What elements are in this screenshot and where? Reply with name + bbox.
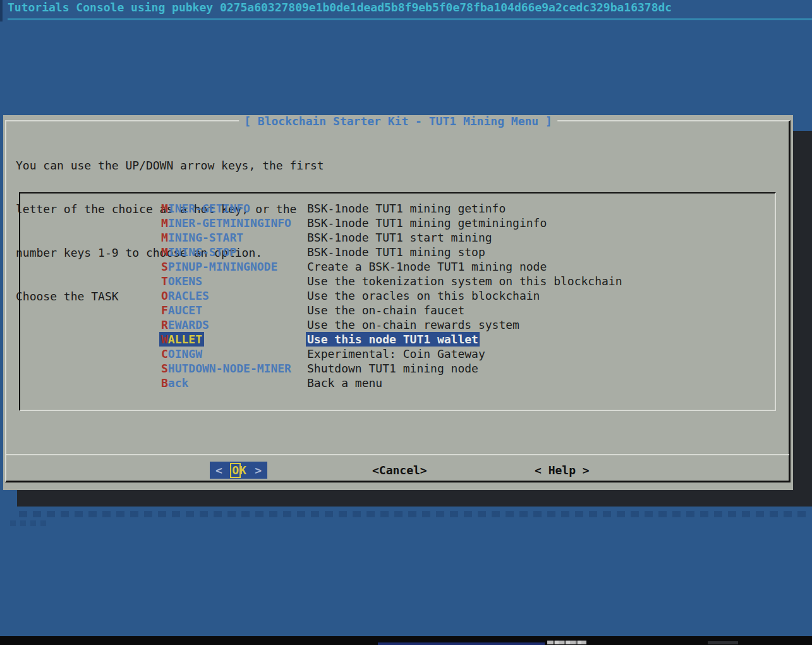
menu-item-description: Create a BSK-1node TUT1 mining node xyxy=(307,259,547,274)
dialog-title: [ Blockchain Starter Kit - TUT1 Mining M… xyxy=(239,115,557,127)
menu-item-faucet[interactable]: FAUCET Use the on-chain faucet xyxy=(20,303,775,317)
menu-item-hotkey: W xyxy=(161,333,168,346)
menu-item-hotkey: M xyxy=(161,202,168,215)
menu-item-tag-column: MINER-GETINFO xyxy=(161,201,307,216)
menu-item-hotkey: M xyxy=(161,245,168,259)
menu-item-tag-column: MINING-STOP xyxy=(161,245,307,259)
menu-item-description: Experimental: Coin Gateway xyxy=(307,347,485,361)
menu-item-tag-column: FAUCET xyxy=(161,303,307,317)
menu-item-tag: WALLET xyxy=(159,332,204,347)
menu-item-description: Use the oracles on this blockchain xyxy=(307,288,540,303)
console-title: Tutorials Console using pubkey 0275a6032… xyxy=(8,1,672,14)
menu-item-tag: FAUCET xyxy=(161,303,202,317)
menu-item-hotkey: M xyxy=(161,216,168,230)
menu-item-hotkey: C xyxy=(161,347,168,360)
menu-item-tag-rest: INING-START xyxy=(168,231,243,244)
menu-item-shutdown-node-miner[interactable]: SHUTDOWN-NODE-MINER Shutdown TUT1 mining… xyxy=(20,361,775,376)
menu-item-hotkey: B xyxy=(161,376,168,390)
menu-item-tag-rest: OKENS xyxy=(168,274,202,288)
screen-edge-sliver xyxy=(0,0,3,22)
menu-item-tag-rest: ALLET xyxy=(168,333,202,346)
menu-item-tag-rest: INER-GETINFO xyxy=(168,202,250,215)
menu-item-description: Back a menu xyxy=(307,376,382,390)
menu-item-description: BSK-1node TUT1 mining getmininginfo xyxy=(307,216,547,230)
menu-item-tag-rest: PINUP-MININGNODE xyxy=(168,260,277,273)
menu-list: MINER-GETINFO BSK-1node TUT1 mining geti… xyxy=(19,192,776,411)
menu-item-tag: MINING-STOP xyxy=(161,245,236,259)
menu-item-tag: MINING-START xyxy=(161,230,243,245)
bottom-taskbar-sliver xyxy=(0,636,812,645)
menu-item-tag-rest: AUCET xyxy=(168,304,202,317)
taskbar-gray-marks xyxy=(547,641,586,644)
menu-item-tag: MINER-GETINFO xyxy=(161,201,250,216)
menu-item-tag-rest: ack xyxy=(168,376,189,390)
menu-item-tag-column: MINING-START xyxy=(161,230,307,245)
menu-item-miner-getmininginfo[interactable]: MINER-GETMININGINFO BSK-1node TUT1 minin… xyxy=(20,216,775,230)
menu-item-description: BSK-1node TUT1 mining stop xyxy=(307,245,485,259)
background-ghost-text xyxy=(10,520,49,526)
ok-left-angle: < xyxy=(215,464,222,477)
menu-item-tag: MINER-GETMININGINFO xyxy=(161,216,291,230)
menu-item-coingw[interactable]: COINGW Experimental: Coin Gateway xyxy=(20,347,775,361)
menu-item-tag-rest: INER-GETMININGINFO xyxy=(168,216,291,230)
menu-item-tag-rest: INING-STOP xyxy=(168,245,236,259)
button-row: < OK > <Cancel> < Help > xyxy=(3,462,793,479)
menu-item-tag-column: SPINUP-MININGNODE xyxy=(161,259,307,274)
menu-item-wallet[interactable]: WALLET Use this node TUT1 wallet xyxy=(20,332,775,347)
menu-item-back[interactable]: Back Back a menu xyxy=(20,376,775,390)
menu-item-tag: TOKENS xyxy=(161,274,202,288)
menu-item-tag-rest: HUTDOWN-NODE-MINER xyxy=(168,362,291,375)
menu-item-hotkey: T xyxy=(161,274,168,288)
menu-item-tag: REWARDS xyxy=(161,317,209,332)
mining-menu-dialog: [ Blockchain Starter Kit - TUT1 Mining M… xyxy=(3,115,793,490)
menu-item-tag: Back xyxy=(161,376,188,390)
menu-item-tokens[interactable]: TOKENS Use the tokenization system on th… xyxy=(20,274,775,288)
menu-item-mining-stop[interactable]: MINING-STOP BSK-1node TUT1 mining stop xyxy=(20,245,775,259)
menu-item-tag-column: Back xyxy=(161,376,307,390)
menu-item-description: Shutdown TUT1 mining node xyxy=(307,361,478,376)
menu-item-tag: COINGW xyxy=(161,347,202,361)
terminal-screen: Tutorials Console using pubkey 0275a6032… xyxy=(0,0,812,645)
menu-item-tag-column: SHUTDOWN-NODE-MINER xyxy=(161,361,307,376)
menu-item-description: Use the tokenization system on this bloc… xyxy=(307,274,622,288)
menu-item-miner-getinfo[interactable]: MINER-GETINFO BSK-1node TUT1 mining geti… xyxy=(20,201,775,216)
menu-item-rewards[interactable]: REWARDS Use the on-chain rewards system xyxy=(20,317,775,332)
cancel-button[interactable]: <Cancel> xyxy=(372,462,427,479)
menu-item-tag-column: WALLET xyxy=(161,332,307,347)
ok-button-label: OK xyxy=(231,463,246,478)
menu-item-hotkey: R xyxy=(161,318,168,331)
background-ghost-text xyxy=(19,511,808,517)
menu-item-description: BSK-1node TUT1 mining getinfo xyxy=(307,201,506,216)
menu-item-tag-rest: RACLES xyxy=(168,289,209,302)
button-separator xyxy=(6,454,789,455)
menu-item-oracles[interactable]: ORACLES Use the oracles on this blockcha… xyxy=(20,288,775,303)
menu-item-description: BSK-1node TUT1 start mining xyxy=(307,230,492,245)
help-button[interactable]: < Help > xyxy=(535,462,590,479)
taskbar-dark-mark xyxy=(708,641,738,644)
taskbar-blue-strip xyxy=(378,642,545,645)
menu-item-tag-column: COINGW xyxy=(161,347,307,361)
menu-item-tag: ORACLES xyxy=(161,288,209,303)
menu-item-tag-column: MINER-GETMININGINFO xyxy=(161,216,307,230)
menu-item-mining-start[interactable]: MINING-START BSK-1node TUT1 start mining xyxy=(20,230,775,245)
menu-item-hotkey: M xyxy=(161,231,168,244)
menu-item-spinup-miningnode[interactable]: SPINUP-MININGNODE Create a BSK-1node TUT… xyxy=(20,259,775,274)
menu-item-description: Use the on-chain faucet xyxy=(307,303,464,317)
ok-button[interactable]: < OK > xyxy=(210,462,267,479)
menu-item-tag-rest: EWARDS xyxy=(168,318,209,331)
ok-label-rest: K xyxy=(239,464,246,477)
ok-right-angle: > xyxy=(255,464,262,477)
instructions-line: You can use the UP/DOWN arrow keys, the … xyxy=(16,158,324,173)
topbar-underline xyxy=(8,18,812,20)
menu-item-description: Use this node TUT1 wallet xyxy=(306,332,480,347)
menu-item-tag-column: REWARDS xyxy=(161,317,307,332)
menu-item-hotkey: F xyxy=(161,304,168,317)
menu-item-tag-column: ORACLES xyxy=(161,288,307,303)
menu-item-description: Use the on-chain rewards system xyxy=(307,317,519,332)
menu-item-hotkey: S xyxy=(161,362,168,375)
menu-item-hotkey: O xyxy=(161,289,168,302)
menu-item-tag-column: TOKENS xyxy=(161,274,307,288)
menu-item-tag-rest: OINGW xyxy=(168,347,202,360)
menu-item-hotkey: S xyxy=(161,260,168,273)
menu-item-tag: SHUTDOWN-NODE-MINER xyxy=(161,361,291,376)
